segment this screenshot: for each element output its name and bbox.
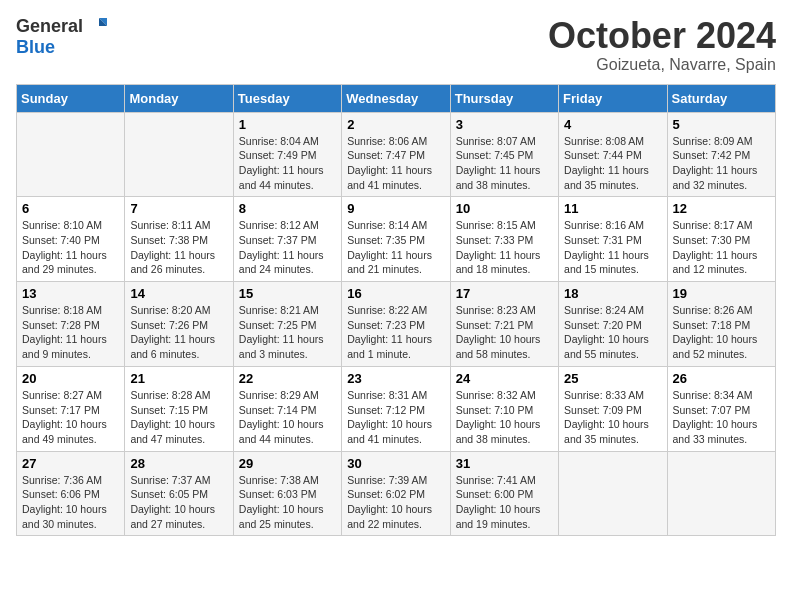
- calendar-cell: 8Sunrise: 8:12 AM Sunset: 7:37 PM Daylig…: [233, 197, 341, 282]
- weekday-header-cell: Monday: [125, 84, 233, 112]
- calendar-cell: 21Sunrise: 8:28 AM Sunset: 7:15 PM Dayli…: [125, 366, 233, 451]
- day-info: Sunrise: 8:27 AM Sunset: 7:17 PM Dayligh…: [22, 388, 119, 447]
- weekday-header-cell: Friday: [559, 84, 667, 112]
- weekday-header-cell: Wednesday: [342, 84, 450, 112]
- calendar-cell: 11Sunrise: 8:16 AM Sunset: 7:31 PM Dayli…: [559, 197, 667, 282]
- day-info: Sunrise: 8:18 AM Sunset: 7:28 PM Dayligh…: [22, 303, 119, 362]
- day-info: Sunrise: 8:17 AM Sunset: 7:30 PM Dayligh…: [673, 218, 770, 277]
- day-number: 14: [130, 286, 227, 301]
- day-number: 3: [456, 117, 553, 132]
- day-number: 30: [347, 456, 444, 471]
- calendar-cell: 10Sunrise: 8:15 AM Sunset: 7:33 PM Dayli…: [450, 197, 558, 282]
- calendar-cell: 24Sunrise: 8:32 AM Sunset: 7:10 PM Dayli…: [450, 366, 558, 451]
- day-number: 19: [673, 286, 770, 301]
- calendar-cell: 31Sunrise: 7:41 AM Sunset: 6:00 PM Dayli…: [450, 451, 558, 536]
- calendar-cell: 18Sunrise: 8:24 AM Sunset: 7:20 PM Dayli…: [559, 282, 667, 367]
- day-number: 29: [239, 456, 336, 471]
- day-number: 22: [239, 371, 336, 386]
- calendar-week-row: 6Sunrise: 8:10 AM Sunset: 7:40 PM Daylig…: [17, 197, 776, 282]
- weekday-header-cell: Sunday: [17, 84, 125, 112]
- day-number: 25: [564, 371, 661, 386]
- day-info: Sunrise: 8:29 AM Sunset: 7:14 PM Dayligh…: [239, 388, 336, 447]
- day-info: Sunrise: 8:04 AM Sunset: 7:49 PM Dayligh…: [239, 134, 336, 193]
- calendar-cell: 19Sunrise: 8:26 AM Sunset: 7:18 PM Dayli…: [667, 282, 775, 367]
- day-info: Sunrise: 7:38 AM Sunset: 6:03 PM Dayligh…: [239, 473, 336, 532]
- day-info: Sunrise: 8:22 AM Sunset: 7:23 PM Dayligh…: [347, 303, 444, 362]
- calendar-cell: 23Sunrise: 8:31 AM Sunset: 7:12 PM Dayli…: [342, 366, 450, 451]
- day-info: Sunrise: 8:14 AM Sunset: 7:35 PM Dayligh…: [347, 218, 444, 277]
- calendar-cell: [17, 112, 125, 197]
- calendar-cell: 28Sunrise: 7:37 AM Sunset: 6:05 PM Dayli…: [125, 451, 233, 536]
- day-number: 4: [564, 117, 661, 132]
- day-number: 10: [456, 201, 553, 216]
- calendar-cell: 25Sunrise: 8:33 AM Sunset: 7:09 PM Dayli…: [559, 366, 667, 451]
- calendar-cell: 29Sunrise: 7:38 AM Sunset: 6:03 PM Dayli…: [233, 451, 341, 536]
- calendar-cell: [559, 451, 667, 536]
- logo-text-general: General: [16, 17, 83, 37]
- calendar-week-row: 13Sunrise: 8:18 AM Sunset: 7:28 PM Dayli…: [17, 282, 776, 367]
- day-number: 16: [347, 286, 444, 301]
- logo-icon: [85, 14, 109, 38]
- calendar-cell: 2Sunrise: 8:06 AM Sunset: 7:47 PM Daylig…: [342, 112, 450, 197]
- day-number: 11: [564, 201, 661, 216]
- day-info: Sunrise: 8:28 AM Sunset: 7:15 PM Dayligh…: [130, 388, 227, 447]
- calendar-cell: 27Sunrise: 7:36 AM Sunset: 6:06 PM Dayli…: [17, 451, 125, 536]
- day-number: 6: [22, 201, 119, 216]
- logo: General Blue: [16, 16, 109, 58]
- calendar-cell: 9Sunrise: 8:14 AM Sunset: 7:35 PM Daylig…: [342, 197, 450, 282]
- day-number: 12: [673, 201, 770, 216]
- day-info: Sunrise: 8:23 AM Sunset: 7:21 PM Dayligh…: [456, 303, 553, 362]
- calendar-week-row: 1Sunrise: 8:04 AM Sunset: 7:49 PM Daylig…: [17, 112, 776, 197]
- day-number: 8: [239, 201, 336, 216]
- calendar-cell: 3Sunrise: 8:07 AM Sunset: 7:45 PM Daylig…: [450, 112, 558, 197]
- day-info: Sunrise: 8:26 AM Sunset: 7:18 PM Dayligh…: [673, 303, 770, 362]
- day-info: Sunrise: 8:07 AM Sunset: 7:45 PM Dayligh…: [456, 134, 553, 193]
- calendar-week-row: 20Sunrise: 8:27 AM Sunset: 7:17 PM Dayli…: [17, 366, 776, 451]
- day-info: Sunrise: 8:34 AM Sunset: 7:07 PM Dayligh…: [673, 388, 770, 447]
- day-info: Sunrise: 8:08 AM Sunset: 7:44 PM Dayligh…: [564, 134, 661, 193]
- calendar-cell: 5Sunrise: 8:09 AM Sunset: 7:42 PM Daylig…: [667, 112, 775, 197]
- day-number: 23: [347, 371, 444, 386]
- day-number: 31: [456, 456, 553, 471]
- day-number: 18: [564, 286, 661, 301]
- day-info: Sunrise: 8:32 AM Sunset: 7:10 PM Dayligh…: [456, 388, 553, 447]
- day-number: 9: [347, 201, 444, 216]
- calendar-cell: 13Sunrise: 8:18 AM Sunset: 7:28 PM Dayli…: [17, 282, 125, 367]
- header: General Blue October 2024 Goizueta, Nava…: [16, 16, 776, 74]
- day-info: Sunrise: 8:20 AM Sunset: 7:26 PM Dayligh…: [130, 303, 227, 362]
- day-number: 27: [22, 456, 119, 471]
- calendar-cell: 16Sunrise: 8:22 AM Sunset: 7:23 PM Dayli…: [342, 282, 450, 367]
- calendar-title: October 2024: [548, 16, 776, 56]
- calendar-week-row: 27Sunrise: 7:36 AM Sunset: 6:06 PM Dayli…: [17, 451, 776, 536]
- day-info: Sunrise: 8:33 AM Sunset: 7:09 PM Dayligh…: [564, 388, 661, 447]
- calendar-cell: 30Sunrise: 7:39 AM Sunset: 6:02 PM Dayli…: [342, 451, 450, 536]
- day-info: Sunrise: 8:09 AM Sunset: 7:42 PM Dayligh…: [673, 134, 770, 193]
- day-info: Sunrise: 8:06 AM Sunset: 7:47 PM Dayligh…: [347, 134, 444, 193]
- weekday-header-cell: Saturday: [667, 84, 775, 112]
- day-number: 24: [456, 371, 553, 386]
- day-info: Sunrise: 7:39 AM Sunset: 6:02 PM Dayligh…: [347, 473, 444, 532]
- calendar-table: SundayMondayTuesdayWednesdayThursdayFrid…: [16, 84, 776, 537]
- calendar-subtitle: Goizueta, Navarre, Spain: [548, 56, 776, 74]
- day-info: Sunrise: 8:10 AM Sunset: 7:40 PM Dayligh…: [22, 218, 119, 277]
- day-number: 5: [673, 117, 770, 132]
- day-number: 17: [456, 286, 553, 301]
- day-number: 15: [239, 286, 336, 301]
- calendar-cell: 17Sunrise: 8:23 AM Sunset: 7:21 PM Dayli…: [450, 282, 558, 367]
- calendar-cell: 1Sunrise: 8:04 AM Sunset: 7:49 PM Daylig…: [233, 112, 341, 197]
- day-number: 13: [22, 286, 119, 301]
- day-info: Sunrise: 8:12 AM Sunset: 7:37 PM Dayligh…: [239, 218, 336, 277]
- day-info: Sunrise: 8:15 AM Sunset: 7:33 PM Dayligh…: [456, 218, 553, 277]
- calendar-cell: 4Sunrise: 8:08 AM Sunset: 7:44 PM Daylig…: [559, 112, 667, 197]
- calendar-body: 1Sunrise: 8:04 AM Sunset: 7:49 PM Daylig…: [17, 112, 776, 536]
- day-number: 20: [22, 371, 119, 386]
- weekday-header-cell: Thursday: [450, 84, 558, 112]
- day-number: 28: [130, 456, 227, 471]
- day-info: Sunrise: 8:24 AM Sunset: 7:20 PM Dayligh…: [564, 303, 661, 362]
- calendar-cell: 12Sunrise: 8:17 AM Sunset: 7:30 PM Dayli…: [667, 197, 775, 282]
- day-info: Sunrise: 8:16 AM Sunset: 7:31 PM Dayligh…: [564, 218, 661, 277]
- day-info: Sunrise: 7:36 AM Sunset: 6:06 PM Dayligh…: [22, 473, 119, 532]
- day-info: Sunrise: 7:41 AM Sunset: 6:00 PM Dayligh…: [456, 473, 553, 532]
- day-info: Sunrise: 8:21 AM Sunset: 7:25 PM Dayligh…: [239, 303, 336, 362]
- calendar-cell: [667, 451, 775, 536]
